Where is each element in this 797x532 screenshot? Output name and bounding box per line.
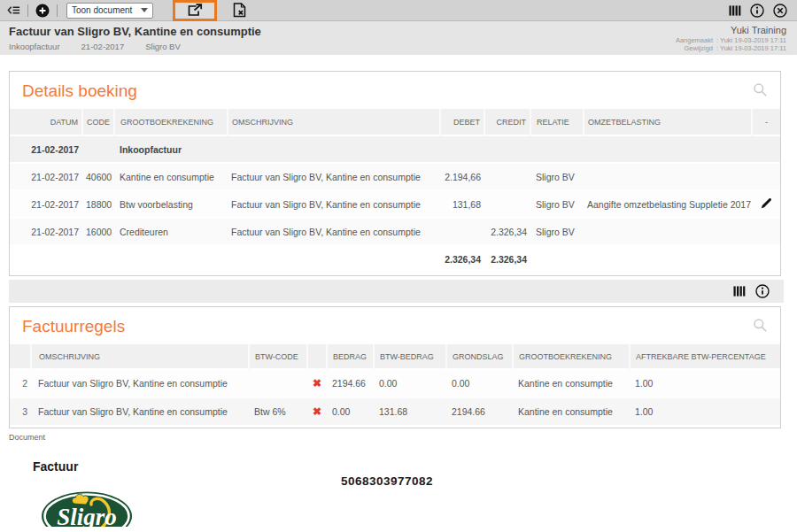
cell-btw-code: Btw 6%	[249, 397, 307, 426]
cell-btw-code	[249, 369, 307, 397]
info-icon[interactable]	[750, 4, 764, 18]
collapse-menu-icon[interactable]	[7, 4, 20, 17]
cell-omzetbelasting	[584, 163, 752, 190]
col-btw-code[interactable]: BTW-CODE	[249, 344, 307, 369]
share-document-button-highlighted[interactable]	[173, 0, 217, 21]
col-omschrijving[interactable]: OMSCHRIJVING	[31, 344, 249, 369]
col-bedrag[interactable]: BEDRAG	[327, 344, 374, 369]
edit-icon[interactable]	[752, 190, 780, 218]
cell-line-no: 2	[10, 369, 31, 397]
search-icon[interactable]	[753, 82, 768, 101]
col-aftrekbare-btw-percentage[interactable]: AFTREKBARE BTW-PERCENTAGE	[630, 344, 780, 369]
cell-bedrag: 2194.66	[327, 369, 374, 397]
col-grootboekrekening[interactable]: GROOTBOEKREKENING	[114, 109, 228, 135]
details-boeking-table: DATUM CODE GROOTBOEKREKENING OMSCHRIJVIN…	[10, 109, 780, 274]
details-header-row: DATUM CODE GROOTBOEKREKENING OMSCHRIJVIN…	[10, 109, 780, 135]
details-totals-row: 2.326,34 2.326,34	[10, 245, 780, 274]
col-omzetbelasting[interactable]: OMZETBELASTING	[584, 109, 752, 135]
cell-aftrekbare-btw-percentage: 1.00	[630, 397, 780, 426]
sligro-logo: Sligro	[41, 488, 133, 527]
col-omschrijving[interactable]: OMSCHRIJVING	[228, 109, 440, 135]
administration-name: Yuki Training	[676, 25, 786, 36]
cell-grootboekrekening: Kantine en consumptie	[114, 163, 228, 190]
toolbar: Toon document	[0, 0, 797, 21]
cell-grootboekrekening: Crediteuren	[114, 218, 228, 245]
details-footer-strip	[9, 280, 784, 303]
factuurregels-title: Factuurregels	[22, 317, 125, 336]
document-preview[interactable]: Factuur 5068303977082 Sligro	[0, 442, 797, 527]
cell-bedrag: 0.00	[327, 397, 374, 426]
col-actions[interactable]: -	[752, 109, 780, 135]
search-icon[interactable]	[753, 318, 768, 336]
page-title: Factuur van Sligro BV, Kantine en consum…	[9, 25, 261, 38]
cell-group-label: Inkoopfactuur	[114, 135, 228, 163]
col-grondslag[interactable]: GRONDSLAG	[446, 344, 513, 369]
cell-grootboekrekening: Btw voorbelasting	[114, 190, 228, 218]
cell-credit	[484, 163, 530, 190]
factuurregel-row[interactable]: 2 Factuur van Sligro BV, Kantine en cons…	[10, 369, 780, 397]
total-credit: 2.326,34	[484, 245, 530, 274]
share-icon	[187, 4, 203, 17]
cell-omzetbelasting	[584, 218, 752, 245]
columns-icon[interactable]	[729, 4, 741, 17]
delete-line-icon[interactable]: ✖	[307, 397, 327, 426]
cell-datum: 21-02-2017	[10, 190, 82, 218]
details-row[interactable]: 21-02-2017 16000 Crediteuren Factuur van…	[10, 218, 780, 245]
cell-code: 18800	[82, 190, 114, 218]
document-section-label: Document	[9, 433, 797, 442]
factuurregels-table: OMSCHRIJVING BTW-CODE BEDRAG BTW-BEDRAG …	[10, 344, 780, 427]
cell-relatie: Sligro BV	[530, 190, 584, 218]
logo-text: Sligro	[57, 504, 117, 527]
cell-code: 16000	[82, 218, 114, 245]
cell-aftrekbare-btw-percentage: 1.00	[630, 369, 780, 397]
cell-datum: 21-02-2017	[10, 135, 82, 163]
cell-debet: 2.194,66	[440, 163, 484, 190]
cell-btw-bedrag: 131.68	[374, 397, 446, 426]
details-row[interactable]: 21-02-2017 18800 Btw voorbelasting Factu…	[10, 190, 780, 218]
factuurregels-header-row: OMSCHRIJVING BTW-CODE BEDRAG BTW-BEDRAG …	[10, 344, 780, 369]
col-datum[interactable]: DATUM	[10, 109, 82, 135]
created-label: Aangemaakt	[676, 36, 713, 44]
show-document-dropdown[interactable]: Toon document	[66, 3, 153, 19]
cell-omschrijving: Factuur van Sligro BV, Kantine en consum…	[31, 397, 249, 426]
chevron-down-icon	[141, 8, 148, 12]
col-credit[interactable]: CREDIT	[484, 109, 530, 135]
delete-line-icon[interactable]: ✖	[307, 369, 327, 397]
cell-relatie: Sligro BV	[530, 163, 584, 190]
add-icon[interactable]	[35, 4, 50, 18]
created-value: : Yuki 19-03-2019 17:11	[716, 36, 786, 44]
cell-line-no: 3	[10, 397, 31, 426]
col-btw-bedrag[interactable]: BTW-BEDRAG	[374, 344, 446, 369]
remove-document-icon[interactable]	[233, 3, 246, 18]
total-debet: 2.326,34	[440, 245, 484, 274]
col-debet[interactable]: DEBET	[440, 109, 484, 135]
invoice-doc-title: Factuur	[33, 459, 78, 474]
toolbar-divider	[57, 4, 58, 17]
info-icon[interactable]	[755, 284, 770, 298]
col-relatie[interactable]: RELATIE	[530, 109, 584, 135]
factuurregel-row[interactable]: 3 Factuur van Sligro BV, Kantine en cons…	[10, 397, 780, 426]
cell-omschrijving: Factuur van Sligro BV, Kantine en consum…	[228, 190, 440, 218]
details-boeking-title: Details boeking	[22, 81, 137, 101]
cell-grondslag: 0.00	[446, 369, 513, 397]
close-icon[interactable]	[773, 4, 787, 18]
cell-credit	[484, 190, 530, 218]
col-grootboekrekening[interactable]: GROOTBOEKREKENING	[513, 344, 630, 369]
cell-datum: 21-02-2017	[10, 218, 82, 245]
details-group-row[interactable]: 21-02-2017 Inkoopfactuur	[10, 135, 780, 163]
factuurregels-panel: Factuurregels OMSCHRIJVING BTW-CODE BEDR…	[9, 306, 781, 428]
cell-grootboekrekening: Kantine en consumptie	[513, 369, 630, 397]
col-code[interactable]: CODE	[82, 109, 114, 135]
details-row[interactable]: 21-02-2017 40600 Kantine en consumptie F…	[10, 163, 780, 190]
cell-relatie: Sligro BV	[530, 218, 584, 245]
doc-relation: Sligro BV	[145, 42, 181, 51]
cell-omschrijving: Factuur van Sligro BV, Kantine en consum…	[31, 369, 249, 397]
doc-date: 21-02-2017	[81, 42, 125, 51]
cell-debet	[440, 218, 484, 245]
cell-datum: 21-02-2017	[10, 163, 82, 190]
details-boeking-panel: Details boeking DATUM CODE GROOTBOEKREKE…	[9, 71, 781, 276]
cell-code: 40600	[82, 163, 114, 190]
doc-type: Inkoopfactuur	[9, 42, 60, 51]
columns-icon[interactable]	[733, 285, 746, 297]
cell-omschrijving: Factuur van Sligro BV, Kantine en consum…	[228, 218, 440, 245]
